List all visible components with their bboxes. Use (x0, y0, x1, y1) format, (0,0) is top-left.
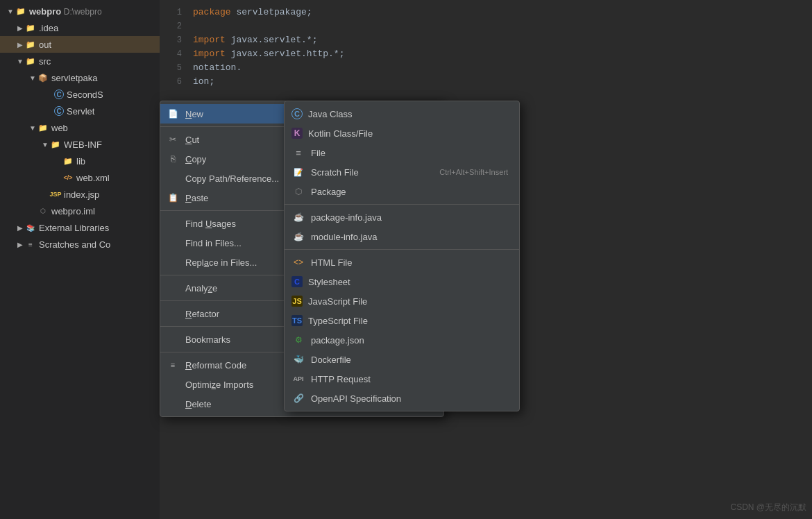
folder-icon: 📁 (15, 6, 26, 17)
sub-label-package: Package (311, 187, 508, 197)
cut-icon: ✂ (166, 133, 180, 146)
arrow-icon: ▶ (15, 40, 25, 49)
tree-item-servletpaka[interactable]: ▼ 📦 servletpaka (0, 69, 160, 86)
line-number: 1 (165, 6, 193, 19)
delete-icon (166, 397, 180, 411)
tree-label-webinf: WEB-INF (64, 139, 102, 150)
tree-item-web[interactable]: ▼ 📁 web (0, 119, 160, 136)
refactor-icon (166, 307, 180, 321)
arrow-icon: ▶ (15, 239, 25, 249)
no-arrow (44, 90, 54, 99)
dockerfile-icon: 🐳 (291, 352, 305, 366)
code-content: notation. (193, 61, 242, 75)
tree-item-webproiml[interactable]: ⬡ webpro.iml (0, 203, 160, 219)
kotlinclass-icon: K (291, 128, 303, 139)
reformat-icon: ≡ (166, 358, 180, 372)
paste-icon: 📋 (166, 191, 180, 205)
tree-item-lib[interactable]: 📁 lib (0, 153, 160, 169)
packagejson-icon: ⚙ (291, 333, 305, 347)
sub-separator (285, 204, 519, 205)
tree-item-src[interactable]: ▼ 📁 src (0, 53, 160, 69)
no-arrow (40, 189, 50, 199)
sub-label-dockerfile: Dockerfile (311, 355, 508, 365)
javaclass-icon: C (291, 108, 303, 119)
no-arrow (53, 173, 62, 182)
arrow-icon: ▼ (28, 123, 37, 133)
sub-item-stylesheet[interactable]: C Stylesheet (285, 272, 519, 291)
folder-icon: 📁 (62, 155, 74, 167)
tree-label-webpro: webpro D:\webpro (29, 6, 102, 17)
code-content: ion; (193, 75, 214, 89)
moduleinfojava-icon: ☕ (291, 230, 305, 244)
tree-item-idea[interactable]: ▶ 📁 .idea (0, 19, 160, 36)
code-line-5: 5 notation. (165, 61, 812, 75)
sub-item-package[interactable]: ⬡ Package (285, 182, 519, 201)
openapispec-icon: 🔗 (291, 391, 305, 405)
tree-label-web: web (51, 123, 68, 133)
code-content: package servletpakage; (193, 6, 312, 19)
sub-shortcut-scratchfile: Ctrl+Alt+Shift+Insert (439, 168, 508, 176)
tree-item-indexjsp[interactable]: JSP index.jsp (0, 186, 160, 203)
java-class-icon: C (54, 90, 64, 99)
analyze-icon (166, 281, 180, 295)
no-arrow (28, 206, 37, 216)
line-number: 6 (165, 75, 193, 89)
sub-item-openapispec[interactable]: 🔗 OpenAPI Specification (285, 389, 519, 408)
sub-item-scratchfile[interactable]: 📝 Scratch File Ctrl+Alt+Shift+Insert (285, 162, 519, 182)
jsfile-icon: JS (291, 296, 303, 307)
code-line-1: 1 package servletpakage; (165, 6, 812, 19)
tree-label-scratches: Scratches and Co (39, 239, 110, 250)
tree-item-extlibs[interactable]: ▶ 📚 External Libraries (0, 219, 160, 236)
replaceinfiles-icon (166, 255, 180, 269)
sub-item-htmlfile[interactable]: <> HTML File (285, 253, 519, 272)
tree-label-webxml: web.xml (76, 173, 110, 183)
sub-item-moduleinfojava[interactable]: ☕ module-info.java (285, 227, 519, 246)
line-number: 2 (165, 19, 193, 33)
optimizeimports-icon (166, 377, 180, 391)
tree-item-webpro[interactable]: ▼ 📁 webpro D:\webpro (0, 3, 160, 19)
tree-item-servlet[interactable]: C Servlet (0, 103, 160, 119)
arrow-icon: ▼ (40, 139, 50, 149)
arrow-icon: ▶ (15, 23, 25, 33)
watermark: CSDN @无尽的沉默 (730, 502, 806, 513)
tree-label-idea: .idea (39, 23, 58, 33)
tree-item-scratches[interactable]: ▶ ≡ Scratches and Co (0, 236, 160, 253)
new-submenu: C Java Class K Kotlin Class/File ≡ File … (284, 101, 520, 411)
sub-item-file[interactable]: ≡ File (285, 143, 519, 162)
sub-item-kotlinclass[interactable]: K Kotlin Class/File (285, 124, 519, 143)
sub-label-packagejson: package.json (311, 335, 508, 346)
sub-item-javaclass[interactable]: C Java Class (285, 104, 519, 124)
tree-item-out[interactable]: ▶ 📁 out (0, 36, 160, 53)
arrow-icon: ▼ (6, 6, 15, 16)
sub-item-packageinfojava[interactable]: ☕ package-info.java (285, 207, 519, 227)
package-icon: ⬡ (291, 185, 305, 198)
arrow-icon: ▶ (15, 223, 25, 232)
no-arrow (53, 156, 62, 166)
sub-item-jsfile[interactable]: JS JavaScript File (285, 291, 519, 311)
stylesheet-icon: C (291, 276, 303, 287)
tree-item-webxml[interactable]: </> web.xml (0, 169, 160, 186)
sub-label-jsfile: JavaScript File (308, 296, 508, 307)
java-class-icon: C (54, 106, 64, 116)
sub-label-file: File (311, 148, 508, 158)
tsfile-icon: TS (291, 315, 303, 326)
arrow-icon: ▼ (15, 56, 25, 66)
tree-item-webinf[interactable]: ▼ 📁 WEB-INF (0, 136, 160, 153)
sub-label-moduleinfojava: module-info.java (311, 232, 508, 242)
sub-label-scratchfile: Scratch File (311, 167, 439, 178)
tree-item-seconds[interactable]: C SecondS (0, 86, 160, 103)
line-number: 4 (165, 47, 193, 61)
sub-item-dockerfile[interactable]: 🐳 Dockerfile (285, 350, 519, 369)
sub-item-packagejson[interactable]: ⚙ package.json (285, 330, 519, 350)
jsp-icon: JSP (50, 189, 61, 200)
sub-item-tsfile[interactable]: TS TypeScript File (285, 311, 519, 330)
tree-label-seconds: SecondS (67, 90, 103, 100)
sub-label-javaclass: Java Class (308, 109, 508, 119)
sub-item-httprequest[interactable]: API HTTP Request (285, 369, 519, 389)
line-number: 5 (165, 61, 193, 75)
iml-icon: ⬡ (37, 205, 49, 216)
scratch-icon: ≡ (25, 239, 36, 250)
code-line-2: 2 (165, 19, 812, 33)
bookmarks-icon (166, 332, 180, 346)
tree-label-out: out (39, 40, 51, 50)
